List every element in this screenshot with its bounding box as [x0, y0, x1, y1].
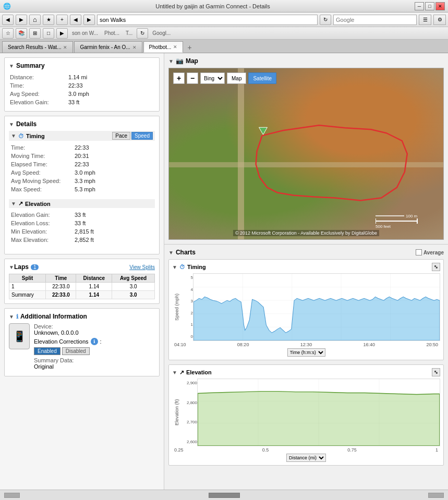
timing-tick-4: 16:40 — [364, 342, 376, 347]
timing-x-unit-select[interactable]: Time (h:m:s) — [287, 348, 325, 357]
timing-chart-collapse-icon: ▼ — [172, 264, 177, 270]
map-icon: 📷 — [176, 57, 184, 65]
prev-button[interactable]: ◀ — [70, 15, 81, 25]
view-splits-link[interactable]: View Splits — [129, 264, 155, 270]
status-scroll-right[interactable] — [428, 493, 444, 498]
timing-row-elapsedtime: Elapsed Time: 22:33 — [10, 161, 154, 168]
elevation-collapse-icon: ▼ — [11, 201, 16, 206]
timing-chart-area: Speed (mph) 5 4 3 2 1 0 — [172, 273, 440, 341]
laps-split-summary: Summary — [9, 291, 46, 299]
map-container: + − Bing Map Satellite © 2012 Microsoft … — [168, 68, 444, 240]
timing-y-ticks: 5 4 3 2 1 0 — [181, 273, 193, 341]
elevation-tick-2: 0.5 — [262, 447, 269, 453]
charts-title: Charts — [176, 249, 196, 256]
elevation-colon: : — [100, 338, 102, 345]
nav-icon[interactable]: □ — [43, 28, 54, 39]
timing-row-avgspeed: Avg Speed: 3.0 mph — [10, 169, 154, 176]
additional-info-section: ▼ ℹ Additional Information 📱 Device: Unk… — [4, 308, 160, 376]
right-panel: ▼ 📷 Map + − Bing Map Satellite — [164, 53, 448, 490]
settings-button[interactable]: ☰ — [419, 15, 431, 25]
address-bar[interactable] — [97, 15, 318, 25]
elevation-info-icon[interactable]: ℹ — [91, 338, 98, 345]
zoom-out-button[interactable]: − — [187, 72, 198, 84]
elev-row-loss: Elevation Loss: 33 ft — [10, 219, 154, 227]
speed-button[interactable]: Speed — [131, 132, 153, 140]
tab-close-0[interactable]: ✕ — [63, 45, 67, 50]
device-icon: 📱 — [9, 323, 30, 349]
forward-button[interactable]: ▶ — [16, 15, 27, 25]
summary-table: Distance: 1.14 mi Time: 22:33 Avg Speed:… — [9, 72, 155, 107]
window-controls: ─ □ ✕ — [415, 2, 445, 10]
summary-data-row: Summary Data: Original — [34, 357, 155, 370]
home-button[interactable]: ⌂ — [29, 15, 41, 25]
timing-value-time: 22:33 — [74, 144, 154, 151]
zoom-in-button[interactable]: + — [173, 72, 185, 84]
elev-row-max: Max Elevation: 2,852 ft — [10, 236, 154, 243]
tab-close-2[interactable]: ✕ — [173, 44, 177, 50]
summary-row-elevgain: Elevation Gain: 33 ft — [10, 99, 154, 106]
elevation-tick-3: 0.75 — [347, 447, 357, 453]
new-tab-button[interactable]: + — [184, 42, 195, 53]
elevation-disabled-button[interactable]: Disabled — [62, 347, 90, 355]
elevation-enabled-button[interactable]: Enabled — [34, 347, 60, 355]
timing-tick-5: 20:50 — [426, 342, 438, 347]
elev-value-min: 2,815 ft — [74, 228, 154, 235]
timing-row-maxspeed: Max Speed: 5.3 mph — [10, 186, 154, 193]
laps-avgspeed-summary: 3.0 — [112, 291, 155, 299]
timing-chart-expand-button[interactable]: ⤡ — [432, 263, 440, 271]
summary-header[interactable]: ▼ Summary — [9, 62, 155, 69]
map-view-button[interactable]: Map — [227, 72, 246, 84]
satellite-view-button[interactable]: Satellite — [248, 72, 276, 84]
close-button[interactable]: ✕ — [435, 2, 445, 10]
status-scroll-left[interactable] — [4, 493, 20, 498]
timing-row-time: Time: 22:33 — [10, 144, 154, 151]
map-provider-select[interactable]: Bing — [200, 72, 225, 84]
tab-garmin-fenix[interactable]: Garmin fenix - An O... ✕ — [74, 41, 142, 53]
elevation-x-unit-select[interactable]: Distance (mi) — [286, 454, 326, 462]
pace-button[interactable]: Pace — [112, 132, 130, 140]
refresh-icon[interactable]: ↻ — [137, 28, 148, 39]
laps-time-summary: 22:33.0 — [46, 291, 76, 299]
timing-chart-header: ▼ ⏱ Timing ⤡ — [172, 263, 440, 271]
bookmark-label4: Googl... — [150, 30, 173, 36]
timing-chart-title: Timing — [187, 264, 206, 270]
bookmarks-icon2[interactable]: 📚 — [16, 28, 27, 39]
details-header[interactable]: ▼ Details — [9, 120, 155, 128]
elevation-chart-expand-button[interactable]: ⤡ — [432, 368, 440, 376]
menu-button[interactable]: ⚙ — [433, 15, 446, 25]
status-scroll-thumb[interactable] — [209, 493, 240, 498]
tab-photbot[interactable]: Photbot... ✕ — [143, 41, 184, 53]
laps-row-summary: Summary 22:33.0 1.14 3.0 — [9, 291, 155, 299]
bookmarks-icon[interactable]: ☆ — [2, 28, 14, 39]
elev-label-max: Max Elevation: — [10, 236, 72, 243]
details-collapse-icon: ▼ — [9, 121, 14, 127]
refresh-button[interactable]: ↻ — [320, 15, 331, 25]
map-section: ▼ 📷 Map + − Bing Map Satellite — [164, 53, 448, 245]
laps-dist-summary: 1.14 — [76, 291, 112, 299]
timing-tick-1: 04:10 — [174, 342, 186, 347]
elevation-tick-4: 1 — [435, 447, 438, 453]
back-button[interactable]: ◀ — [2, 15, 14, 25]
tab-close-1[interactable]: ✕ — [132, 45, 137, 50]
add-button[interactable]: + — [56, 15, 68, 25]
next-button[interactable]: ▶ — [83, 15, 95, 25]
summary-value-distance: 1.14 mi — [68, 74, 154, 81]
maximize-button[interactable]: □ — [425, 2, 434, 10]
summary-label-distance: Distance: — [10, 74, 67, 81]
bookmark-button[interactable]: ★ — [43, 15, 54, 25]
map-header: ▼ 📷 Map — [168, 57, 444, 65]
timing-label-maxspeed: Max Speed: — [10, 186, 72, 193]
minimize-button[interactable]: ─ — [415, 2, 424, 10]
charts-section: ▼ Charts Average ▼ ⏱ Timing ⤡ Speed (mph… — [164, 245, 448, 474]
tab-search-results[interactable]: Search Results - Wat... ✕ — [2, 41, 73, 53]
play-icon[interactable]: ▶ — [56, 28, 68, 39]
summary-value-avgspeed: 3.0 mph — [68, 90, 154, 97]
left-panel: ▼ Summary Distance: 1.14 mi Time: 22:33 … — [0, 53, 164, 490]
average-checkbox[interactable] — [416, 249, 422, 255]
addinfo-header[interactable]: ▼ ℹ Additional Information — [9, 313, 155, 320]
grid-icon[interactable]: ⊞ — [29, 28, 41, 39]
timing-value-elapsedtime: 22:33 — [74, 161, 154, 168]
col-avgspeed: Avg Speed — [112, 274, 155, 283]
search-bar[interactable] — [333, 15, 417, 25]
summary-data-label: Summary Data: — [34, 357, 74, 363]
